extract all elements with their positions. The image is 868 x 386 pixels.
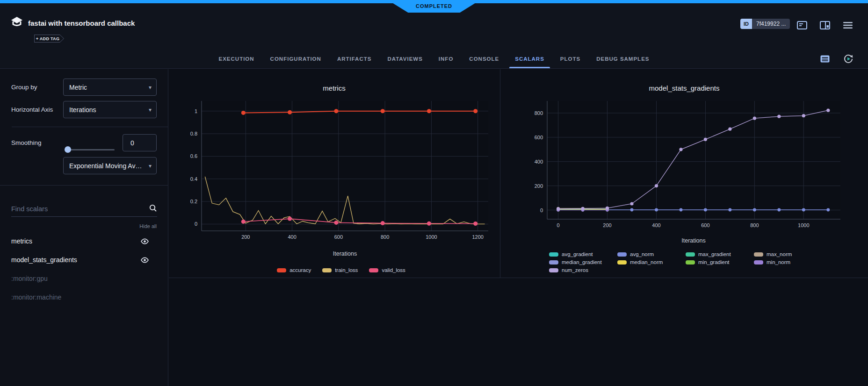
chart-canvas[interactable]: 020040060080010000200400600800	[500, 98, 868, 231]
legend-label: accuracy	[289, 267, 311, 273]
x-axis-label: Iterations	[500, 237, 868, 244]
svg-text:400: 400	[288, 234, 296, 240]
experiment-type-icon	[11, 16, 23, 30]
svg-text:0: 0	[557, 222, 560, 228]
legend-label: max_norm	[767, 251, 792, 257]
chart-legend: avg_gradientavg_normmax_gradientmax_norm…	[549, 251, 822, 273]
divider	[0, 185, 168, 186]
add-tag-label: + ADD TAG	[36, 36, 62, 41]
find-scalars-input[interactable]	[11, 205, 149, 213]
scalar-label: :monitor:gpu	[11, 275, 149, 282]
experiment-id-chip[interactable]: ID 7f419922 ...	[740, 19, 790, 29]
legend-item-train_loss[interactable]: train_loss	[322, 267, 358, 273]
legend-item-valid_loss[interactable]: valid_loss	[369, 267, 405, 273]
legend-item-avg_norm[interactable]: avg_norm	[617, 251, 686, 257]
svg-text:0.6: 0.6	[190, 153, 197, 159]
group-by-label: Group by	[11, 84, 37, 91]
tab-artifacts[interactable]: ARTIFACTS	[336, 50, 373, 68]
legend-item-min_norm[interactable]: min_norm	[754, 259, 822, 265]
menu-icon[interactable]	[842, 20, 854, 30]
chevron-down-icon: ▾	[149, 107, 152, 113]
smoothing-method-select[interactable]: Exponential Moving Av… ▾	[63, 157, 157, 174]
legend-item-min_gradient[interactable]: min_gradient	[686, 259, 754, 265]
legend-item-accuracy[interactable]: accuracy	[277, 267, 311, 273]
legend-item-median_gradient[interactable]: median_gradient	[549, 259, 617, 265]
legend-label: valid_loss	[382, 267, 405, 273]
layout-panel-icon[interactable]	[819, 20, 831, 30]
horizontal-axis-select[interactable]: Iterations ▾	[63, 101, 157, 118]
scalar-row--monitor-gpu[interactable]: :monitor:gpu	[0, 269, 168, 288]
hide-all-link[interactable]: Hide all	[139, 223, 157, 229]
legend-label: num_zeros	[562, 267, 588, 273]
search-icon[interactable]	[149, 204, 157, 214]
group-by-select[interactable]: Metric ▾	[63, 79, 157, 96]
id-value: 7f419922 ...	[752, 19, 790, 29]
chart-card-metrics: metrics 2004006008001000120000.20.40.60.…	[169, 69, 499, 278]
svg-text:400: 400	[652, 222, 660, 228]
legend-item-max_gradient[interactable]: max_gradient	[686, 251, 754, 257]
output-console-icon[interactable]	[796, 20, 808, 30]
smoothing-value-input[interactable]	[123, 134, 157, 151]
legend-swatch	[369, 268, 378, 272]
slider-thumb[interactable]	[65, 146, 71, 153]
legend-swatch	[686, 260, 695, 264]
tab-bar: EXECUTIONCONFIGURATIONARTIFACTSDATAVIEWS…	[0, 50, 868, 68]
experiment-title: fastai with tensorboard callback	[28, 19, 135, 27]
tab-console[interactable]: CONSOLE	[468, 50, 500, 68]
legend-swatch	[686, 252, 695, 257]
smoothing-slider[interactable]	[65, 146, 115, 153]
eye-icon[interactable]	[140, 257, 149, 263]
scalar-label: metrics	[11, 237, 140, 245]
smoothing-label: Smoothing	[11, 139, 42, 146]
horizontal-axis-label: Horizontal Axis	[11, 106, 53, 113]
svg-text:0.4: 0.4	[190, 176, 197, 182]
horizontal-axis-value: Iterations	[69, 106, 146, 114]
svg-text:600: 600	[535, 135, 543, 140]
smoothing-method-value: Exponential Moving Av…	[69, 162, 146, 170]
legend-label: avg_gradient	[562, 251, 593, 257]
legend-item-num_zeros[interactable]: num_zeros	[549, 267, 617, 273]
legend-swatch	[549, 268, 558, 272]
legend-swatch	[617, 260, 627, 264]
scalar-label: :monitor:machine	[11, 293, 149, 301]
legend-label: train_loss	[335, 267, 358, 273]
add-tag-button[interactable]: + ADD TAG	[34, 35, 64, 43]
chart-title: metrics	[169, 84, 499, 92]
svg-text:800: 800	[535, 110, 543, 116]
group-by-value: Metric	[69, 84, 146, 91]
tab-configuration[interactable]: CONFIGURATION	[269, 50, 322, 68]
legend-swatch	[549, 260, 558, 264]
legend-item-max_norm[interactable]: max_norm	[754, 251, 822, 257]
eye-icon[interactable]	[140, 238, 149, 244]
svg-text:200: 200	[603, 222, 611, 228]
tab-info[interactable]: INFO	[438, 50, 454, 68]
tab-scalars[interactable]: SCALARS	[514, 50, 545, 68]
find-scalars-field	[11, 201, 157, 217]
legend-label: avg_norm	[630, 251, 654, 257]
legend-swatch	[617, 252, 627, 257]
legend-item-median_norm[interactable]: median_norm	[617, 259, 686, 265]
legend-label: min_gradient	[698, 259, 729, 265]
svg-text:400: 400	[535, 159, 543, 164]
svg-text:0.8: 0.8	[190, 131, 197, 136]
chart-canvas[interactable]: 2004006008001000120000.20.40.60.81	[169, 98, 499, 244]
auto-refresh-icon[interactable]	[842, 53, 855, 64]
scalar-row-metrics[interactable]: metrics	[0, 232, 168, 250]
svg-text:1000: 1000	[798, 222, 809, 228]
scalar-row--monitor-machine[interactable]: :monitor:machine	[0, 288, 168, 307]
legend-item-avg_gradient[interactable]: avg_gradient	[549, 251, 617, 257]
svg-text:1200: 1200	[472, 234, 483, 240]
legend-swatch	[277, 268, 286, 272]
svg-text:0: 0	[540, 207, 543, 213]
legend-label: min_norm	[767, 259, 790, 265]
scalar-row-model-stats-gradients[interactable]: model_stats_gradients	[0, 250, 168, 269]
tab-plots[interactable]: PLOTS	[559, 50, 581, 68]
svg-text:1000: 1000	[426, 234, 437, 240]
legend-swatch	[322, 268, 332, 272]
svg-text:600: 600	[334, 234, 343, 240]
tab-execution[interactable]: EXECUTION	[218, 50, 255, 68]
table-view-icon[interactable]	[818, 53, 832, 64]
tab-dataviews[interactable]: DATAVIEWS	[386, 50, 423, 68]
legend-swatch	[549, 252, 558, 257]
tab-debug-samples[interactable]: DEBUG SAMPLES	[595, 50, 650, 68]
